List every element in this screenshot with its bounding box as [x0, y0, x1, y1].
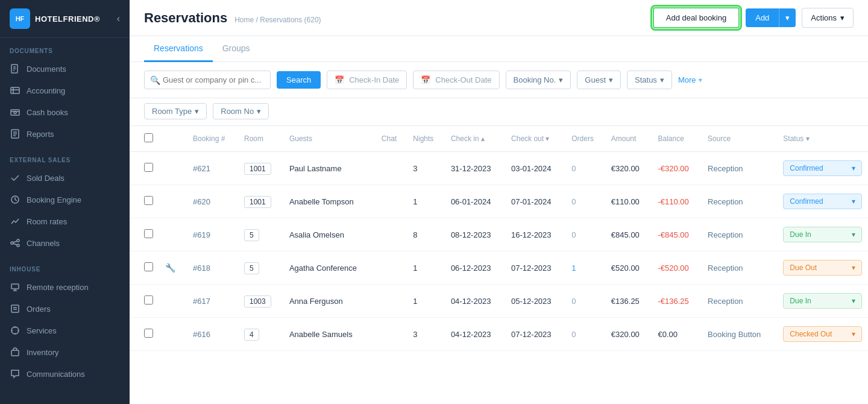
sidebar-item-services[interactable]: Services — [0, 320, 130, 341]
actions-chevron-icon: ▾ — [840, 13, 844, 22]
breadcrumb-home[interactable]: Home — [234, 16, 254, 24]
comms-icon — [10, 368, 20, 379]
select-all-checkbox[interactable] — [144, 133, 153, 142]
row-source: Booking Button — [702, 318, 777, 351]
table-row: 🔧 #618 5 Agatha Conference 1 06-12-2023 … — [130, 251, 868, 285]
row-guests[interactable]: Paul Lastname — [283, 152, 376, 185]
sidebar-item-orders[interactable]: Orders — [0, 298, 130, 320]
search-input[interactable] — [144, 71, 271, 89]
rates-icon — [10, 216, 20, 227]
row-booking-num[interactable]: #621 — [187, 152, 238, 185]
svg-point-19 — [17, 244, 19, 247]
status-badge[interactable]: Due Out ▾ — [783, 260, 862, 276]
booking-no-filter[interactable]: Booking No. ▾ — [506, 71, 571, 89]
row-status[interactable]: Checked Out ▾ — [777, 318, 868, 351]
tab-reservations[interactable]: Reservations — [144, 36, 213, 62]
sidebar-item-label: Reports — [27, 130, 54, 139]
room-type-label: Room Type — [152, 107, 192, 116]
sidebar-item-documents[interactable]: Documents — [0, 58, 130, 80]
row-booking-num[interactable]: #618 — [187, 251, 238, 285]
checkout-label: Check-Out Date — [435, 75, 491, 84]
row-checkbox[interactable] — [144, 295, 153, 305]
checkin-date-filter[interactable]: 📅 Check-In Date — [327, 71, 407, 89]
room-type-filter[interactable]: Room Type ▾ — [144, 103, 207, 119]
row-booking-num[interactable]: #616 — [187, 318, 238, 351]
sidebar-collapse-button[interactable]: ‹ — [117, 13, 120, 24]
row-guests[interactable]: Anna Ferguson — [283, 285, 376, 318]
checkout-date-filter[interactable]: 📅 Check-Out Date — [413, 71, 499, 89]
add-split-button[interactable]: ▾ — [779, 8, 796, 27]
sidebar-item-channels[interactable]: Channels — [0, 232, 130, 254]
svg-rect-25 — [11, 305, 19, 312]
row-balance: -€845.00 — [652, 218, 702, 251]
header-booking-num[interactable]: Booking # — [187, 126, 238, 152]
row-guests[interactable]: Anabelle Samuels — [283, 318, 376, 351]
status-filter[interactable]: Status ▾ — [627, 71, 672, 89]
table-row: #616 4 Anabelle Samuels 3 04-12-2023 07-… — [130, 318, 868, 351]
sidebar-item-room-rates[interactable]: Room rates — [0, 210, 130, 232]
row-room: 5 — [238, 251, 283, 285]
sidebar-item-remote-reception[interactable]: Remote reception — [0, 276, 130, 298]
row-status[interactable]: Confirmed ▾ — [777, 185, 868, 218]
doc-icon — [10, 63, 20, 74]
header-checkin[interactable]: Check in ▴ — [445, 126, 505, 152]
row-icon-cell — [159, 318, 187, 351]
section-label-inhouse: INHOUSE — [0, 264, 130, 276]
calendar-icon: 📅 — [335, 75, 344, 84]
status-badge[interactable]: Confirmed ▾ — [783, 160, 862, 176]
row-booking-num[interactable]: #620 — [187, 185, 238, 218]
row-status[interactable]: Due In ▾ — [777, 218, 868, 251]
sidebar-item-reports[interactable]: Reports — [0, 123, 130, 145]
row-checkbox[interactable] — [144, 196, 153, 205]
status-badge[interactable]: Confirmed ▾ — [783, 194, 862, 209]
add-deal-booking-button[interactable]: Add deal booking — [653, 7, 740, 28]
sidebar-item-booking-engine[interactable]: Booking Engine — [0, 189, 130, 210]
actions-button[interactable]: Actions ▾ — [802, 8, 854, 28]
row-checkbox[interactable] — [144, 329, 153, 338]
row-status[interactable]: Confirmed ▾ — [777, 152, 868, 185]
room-no-filter[interactable]: Room No ▾ — [213, 103, 269, 119]
sidebar-item-cash-books[interactable]: Cash books — [0, 101, 130, 123]
status-badge[interactable]: Due In ▾ — [783, 227, 862, 242]
sidebar-item-accounting[interactable]: Accounting — [0, 80, 130, 101]
row-nights: 3 — [407, 318, 445, 351]
status-badge[interactable]: Checked Out ▾ — [783, 326, 862, 342]
row-status[interactable]: Due Out ▾ — [777, 251, 868, 285]
row-checkout: 03-01-2024 — [505, 152, 565, 185]
inventory-icon — [10, 347, 20, 358]
row-amount: €110.00 — [605, 185, 652, 218]
row-guests[interactable]: Asalia Omelsen — [283, 218, 376, 251]
row-checkin: 04-12-2023 — [445, 318, 505, 351]
svg-point-17 — [11, 242, 13, 244]
header-checkout[interactable]: Check out ▾ — [505, 126, 565, 152]
header-status[interactable]: Status ▾ — [777, 126, 868, 152]
tab-groups[interactable]: Groups — [213, 36, 260, 62]
status-label: Confirmed — [790, 164, 823, 172]
row-orders: 0 — [565, 285, 605, 318]
sidebar-logo: HF HOTELFRIEND® ‹ — [0, 0, 130, 38]
row-checkbox[interactable] — [144, 163, 153, 172]
row-checkbox[interactable] — [144, 229, 153, 238]
add-button[interactable]: Add — [746, 8, 779, 27]
row-orders[interactable]: 1 — [565, 251, 605, 285]
row-checkin: 06-12-2023 — [445, 251, 505, 285]
sidebar-item-sold-deals[interactable]: Sold Deals — [0, 167, 130, 189]
row-booking-num[interactable]: #617 — [187, 285, 238, 318]
row-checkout: 05-12-2023 — [505, 285, 565, 318]
row-source: Reception — [702, 152, 777, 185]
row-guests[interactable]: Anabelle Tompson — [283, 185, 376, 218]
row-booking-num[interactable]: #619 — [187, 218, 238, 251]
status-badge[interactable]: Due In ▾ — [783, 293, 862, 309]
row-guests[interactable]: Agatha Conference — [283, 251, 376, 285]
sidebar-item-label: Cash books — [27, 108, 68, 117]
row-checkbox[interactable] — [144, 262, 153, 271]
search-button[interactable]: Search — [277, 71, 321, 89]
row-status[interactable]: Due In ▾ — [777, 285, 868, 318]
sidebar-item-inventory[interactable]: Inventory — [0, 341, 130, 363]
more-filters-button[interactable]: More + — [678, 75, 703, 84]
guest-filter[interactable]: Guest ▾ — [577, 71, 621, 89]
status-chevron-icon: ▾ — [852, 264, 855, 272]
sidebar-item-communications[interactable]: Communications — [0, 363, 130, 385]
booking-no-label: Booking No. — [514, 75, 556, 84]
table-row: #621 1001 Paul Lastname 3 31-12-2023 03-… — [130, 152, 868, 185]
